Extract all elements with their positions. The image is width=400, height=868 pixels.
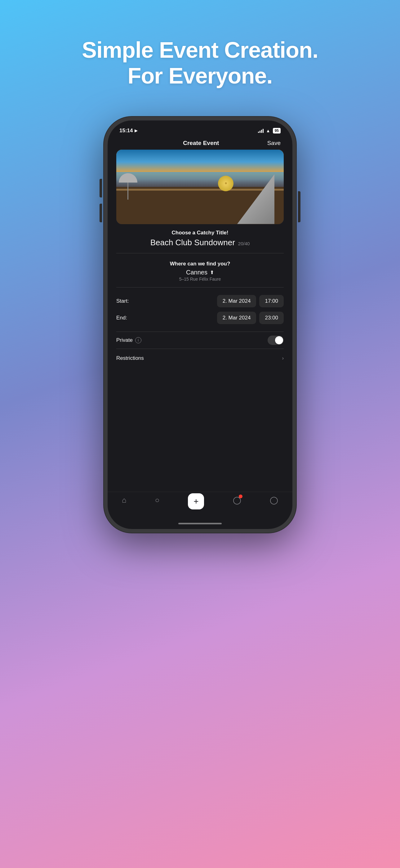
search-icon: ○	[155, 496, 160, 504]
end-label: End:	[116, 315, 138, 321]
status-icons: ▲ 95	[258, 128, 280, 133]
divider-4	[116, 349, 284, 349]
fields-section: Start: 2. Mar 2024 17:00 End: 2. Mar 202…	[116, 290, 284, 329]
title-input-row: Beach Club Sundowner 20/40	[116, 238, 284, 247]
divider-1	[116, 253, 284, 253]
tab-chat[interactable]: ◯	[233, 496, 241, 504]
phone-frame: 15:14 ▶ ▲ 95	[104, 117, 296, 533]
tagline: Simple Event Creation. For Everyone.	[82, 37, 318, 89]
location-section: Where can we find you? Cannes ⬆ 5–15 Rue…	[116, 256, 284, 285]
umbrella	[122, 173, 134, 198]
location-name: Cannes	[186, 269, 207, 276]
plus-icon: +	[194, 496, 198, 506]
terrace-railing	[116, 189, 284, 191]
location-input-row[interactable]: Cannes ⬆	[186, 269, 214, 276]
chat-icon-container: ◯	[233, 496, 241, 504]
start-time-picker[interactable]: 17:00	[259, 295, 284, 307]
tagline-line1: Simple Event Creation.	[82, 37, 318, 62]
screen: 15:14 ▶ ▲ 95	[108, 120, 292, 529]
location-address: 5–15 Rue Félix Faure	[179, 277, 221, 282]
end-field-row: End: 2. Mar 2024 23:00	[116, 312, 284, 324]
save-button[interactable]: Save	[267, 140, 280, 147]
end-pills: 2. Mar 2024 23:00	[217, 312, 284, 324]
tab-add[interactable]: +	[188, 496, 204, 509]
signal-bars-icon	[258, 128, 264, 133]
start-field-row: Start: 2. Mar 2024 17:00	[116, 295, 284, 307]
end-date-picker[interactable]: 2. Mar 2024	[217, 312, 257, 324]
location-arrow-icon: ▶	[135, 128, 137, 133]
signal-bar-3	[261, 130, 262, 133]
toggle-knob	[275, 336, 283, 344]
end-time-picker[interactable]: 23:00	[259, 312, 284, 324]
power-button	[298, 191, 300, 222]
volume-down-button	[100, 204, 102, 222]
char-counter: 20/40	[238, 241, 250, 246]
location-prompt: Where can we find you?	[170, 261, 230, 267]
venue-logo: ⊙	[218, 176, 233, 191]
home-bar	[108, 519, 292, 529]
signal-bar-2	[260, 131, 261, 133]
title-prompt: Choose a Catchy Title!	[172, 230, 229, 236]
navigation-icon: ⬆	[210, 270, 214, 275]
event-image[interactable]: ⊙	[116, 150, 284, 224]
signal-bar-1	[258, 132, 259, 133]
home-icon: ⌂	[122, 496, 127, 504]
time-display: 15:14	[120, 128, 133, 134]
wifi-icon: ▲	[266, 128, 270, 133]
start-pills: 2. Mar 2024 17:00	[217, 295, 284, 307]
content-area: ⊙ Choose a Catchy Title! Beach Club Sund…	[108, 150, 292, 492]
profile-icon: ◯	[270, 496, 278, 504]
private-row: Private i	[116, 334, 284, 346]
start-date-picker[interactable]: 2. Mar 2024	[217, 295, 257, 307]
restrictions-row[interactable]: Restrictions ›	[116, 351, 284, 365]
start-label: Start:	[116, 298, 138, 304]
tab-search[interactable]: ○	[155, 496, 160, 504]
tab-bar: ⌂ ○ + ◯ ◯	[108, 492, 292, 519]
divider-3	[116, 332, 284, 332]
tagline-line2: For Everyone.	[128, 63, 272, 88]
title-section: Choose a Catchy Title! Beach Club Sundow…	[116, 224, 284, 251]
home-indicator	[178, 523, 222, 524]
restrictions-label: Restrictions	[116, 355, 144, 361]
signal-bar-4	[263, 129, 264, 133]
volume-up-button	[100, 179, 102, 197]
battery-level: 95	[275, 128, 279, 133]
chevron-right-icon: ›	[282, 355, 284, 361]
info-icon[interactable]: i	[135, 337, 141, 343]
page-title: Create Event	[183, 140, 219, 147]
private-toggle[interactable]	[268, 336, 284, 345]
navigation-bar: Create Event Save	[108, 136, 292, 150]
add-button[interactable]: +	[188, 493, 204, 509]
divider-2	[116, 287, 284, 287]
tab-profile[interactable]: ◯	[270, 496, 278, 504]
phone-mockup: 15:14 ▶ ▲ 95	[104, 117, 296, 533]
tab-home[interactable]: ⌂	[122, 496, 127, 504]
chat-badge	[239, 495, 242, 498]
notch	[172, 120, 228, 131]
battery-indicator: 95	[273, 128, 280, 133]
status-time: 15:14 ▶	[120, 128, 137, 134]
private-label: Private i	[116, 337, 141, 343]
private-text: Private	[116, 337, 133, 343]
event-title-input[interactable]: Beach Club Sundowner	[151, 238, 235, 247]
